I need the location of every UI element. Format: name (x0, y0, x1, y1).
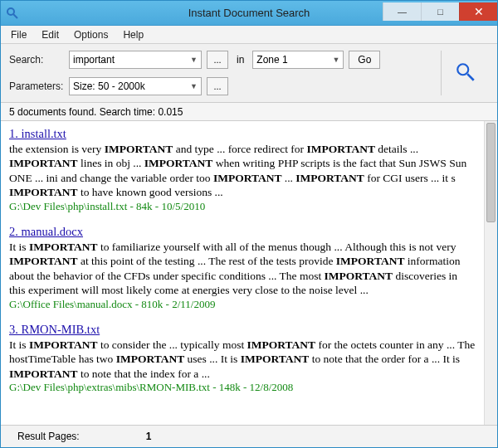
result-title[interactable]: 3. RMON-MIB.txt (9, 322, 476, 338)
result-title[interactable]: 2. manual.docx (9, 224, 476, 240)
result-snippet: It is IMPORTANT to consider the ... typi… (9, 338, 476, 382)
results-list: 1. install.txtthe extension is very IMPO… (1, 121, 484, 425)
footer-label: Result Pages: (17, 431, 80, 442)
magnifier-icon[interactable] (455, 61, 476, 85)
svg-line-3 (467, 74, 474, 80)
result-meta: G:\Office Files\manual.docx - 810k - 2/1… (9, 298, 476, 312)
maximize-button[interactable]: □ (421, 2, 459, 21)
zone-combo[interactable]: Zone 1 ▼ (252, 51, 344, 69)
status-bar: 5 documents found. Search time: 0.015 (1, 103, 497, 121)
status-text: 5 documents found. Search time: 0.015 (9, 106, 183, 118)
result-snippet: the extension is very IMPORTANT and type… (9, 142, 476, 200)
app-icon (6, 7, 19, 20)
footer: Result Pages: 1 (1, 426, 497, 447)
svg-point-2 (457, 64, 468, 75)
chevron-down-icon: ▼ (332, 56, 339, 64)
menubar: File Edit Options Help (1, 26, 497, 44)
app-window: Instant Document Search — □ ✕ File Edit … (0, 0, 498, 448)
result-item: 2. manual.docxIt is IMPORTANT to familia… (9, 224, 476, 312)
result-item: 1. install.txtthe extension is very IMPO… (9, 126, 476, 214)
in-label: in (237, 54, 244, 66)
result-snippet: It is IMPORTANT to familiarize yourself … (9, 240, 476, 298)
zone-value: Zone 1 (256, 54, 287, 66)
menu-edit[interactable]: Edit (35, 27, 66, 42)
menu-help[interactable]: Help (116, 27, 150, 42)
chevron-down-icon: ▼ (190, 56, 198, 64)
titlebar: Instant Document Search — □ ✕ (1, 1, 497, 26)
menu-file[interactable]: File (4, 27, 33, 42)
search-label: Search: (9, 54, 64, 66)
search-query-value: important (73, 54, 115, 66)
search-browse-button[interactable]: ... (207, 51, 228, 69)
result-item: 3. RMON-MIB.txtIt is IMPORTANT to consid… (9, 322, 476, 395)
search-query-combo[interactable]: important ▼ (69, 51, 202, 69)
search-icon-panel (441, 51, 489, 95)
minimize-button[interactable]: — (383, 2, 421, 21)
parameters-browse-button[interactable]: ... (207, 77, 228, 95)
chevron-down-icon: ▼ (190, 82, 198, 90)
svg-line-1 (13, 14, 17, 18)
menu-options[interactable]: Options (67, 27, 115, 42)
parameters-combo[interactable]: Size: 50 - 2000k ▼ (69, 77, 202, 95)
result-meta: G:\Dev Files\php\install.txt - 84k - 10/… (9, 200, 476, 214)
scrollbar-thumb[interactable] (486, 123, 496, 222)
result-meta: G:\Dev Files\php\extras\mibs\RMON-MIB.tx… (9, 381, 476, 395)
search-panel: Search: important ▼ ... in Zone 1 ▼ Go P… (1, 44, 497, 103)
parameters-label: Parameters: (9, 80, 64, 92)
close-button[interactable]: ✕ (459, 2, 497, 21)
scrollbar[interactable] (484, 121, 497, 425)
result-title[interactable]: 1. install.txt (9, 126, 476, 142)
window-buttons: — □ ✕ (383, 2, 497, 21)
parameters-value: Size: 50 - 2000k (73, 80, 145, 92)
go-button[interactable]: Go (349, 51, 380, 69)
footer-page[interactable]: 1 (146, 431, 152, 442)
svg-point-0 (7, 8, 14, 15)
